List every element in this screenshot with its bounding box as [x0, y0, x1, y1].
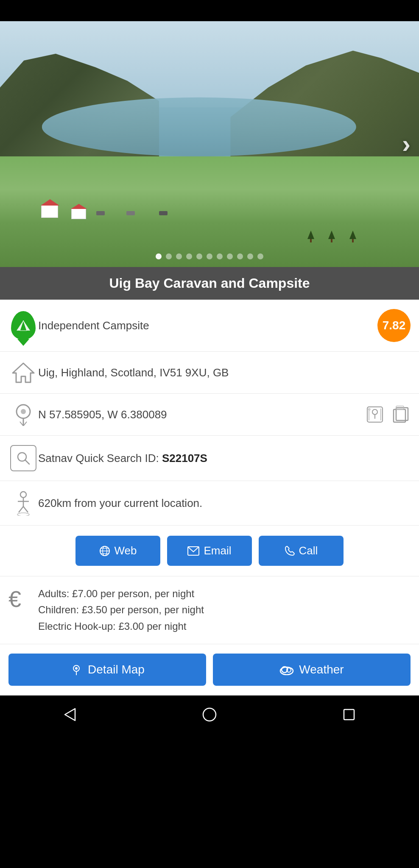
distance-text: 620km from your current location. [38, 495, 411, 511]
satnav-text: Satnav Quick Search ID: S22107S [38, 451, 411, 466]
google-maps-icon: G [366, 405, 384, 424]
svg-line-17 [25, 460, 29, 464]
distance-row: 620km from your current location. [0, 481, 419, 526]
recent-apps-button[interactable] [336, 702, 362, 727]
dot-4[interactable] [186, 253, 192, 259]
car-2 [126, 211, 135, 215]
campsite-title-bar: Uig Bay Caravan and Campsite [0, 267, 419, 300]
campsite-title: Uig Bay Caravan and Campsite [10, 275, 409, 291]
coords-actions: G [365, 404, 411, 425]
dot-5[interactable] [196, 253, 202, 259]
dot-8[interactable] [227, 253, 233, 259]
pricing-icon-wrap: € [8, 586, 38, 610]
address-icon-wrap [8, 361, 38, 384]
weather-button[interactable]: Weather [213, 654, 411, 686]
cloud-icon [279, 664, 294, 675]
pricing-row: € Adults: £7.00 per person, per night Ch… [0, 576, 419, 644]
car-3 [159, 211, 168, 215]
dot-3[interactable] [176, 253, 182, 259]
svg-point-23 [17, 513, 29, 516]
call-button-label: Call [299, 544, 318, 557]
email-button[interactable]: Email [167, 536, 252, 566]
content-area: Independent Campsite 7.82 Uig, Highland,… [0, 300, 419, 696]
pricing-text: Adults: £7.00 per person, per night Chil… [38, 586, 204, 634]
back-icon [62, 707, 78, 722]
home-button[interactable] [197, 702, 222, 727]
dot-10[interactable] [247, 253, 253, 259]
camp-pin-icon [11, 311, 36, 340]
campsite-area [21, 181, 272, 230]
status-bar [0, 0, 419, 21]
svg-point-37 [203, 708, 216, 721]
bottom-buttons-row: Detail Map Weather [0, 644, 419, 696]
svg-text:G: G [368, 407, 371, 411]
building-1 [41, 205, 58, 218]
dot-7[interactable] [217, 253, 223, 259]
hero-image-container: › [0, 21, 419, 267]
clipboard-icon [391, 405, 410, 424]
satnav-row: Satnav Quick Search ID: S22107S [0, 436, 419, 481]
maps-icon[interactable]: G [365, 404, 385, 425]
svg-line-22 [23, 506, 28, 512]
building-2 [71, 209, 86, 219]
coordinates-row: N 57.585905, W 6.380089 G [0, 394, 419, 436]
search-screen-icon [15, 450, 31, 466]
tree-3 [307, 231, 314, 242]
detail-map-button[interactable]: Detail Map [8, 654, 206, 686]
svg-line-21 [19, 506, 23, 512]
satnav-label: Satnav Quick Search ID: [38, 452, 162, 465]
tree-1 [349, 231, 356, 242]
copy-icon[interactable] [390, 404, 411, 425]
call-button[interactable]: Call [259, 536, 344, 566]
phone-icon [285, 546, 295, 556]
web-button-label: Web [115, 544, 137, 557]
tent-icon [17, 320, 30, 331]
email-button-label: Email [204, 544, 231, 557]
house-icon [12, 361, 35, 384]
address-text: Uig, Highland, Scotland, IV51 9XU, GB [38, 365, 411, 380]
satnav-box-icon [10, 445, 36, 471]
recent-apps-icon [343, 708, 355, 721]
home-circle-icon [202, 707, 217, 722]
svg-marker-3 [13, 363, 34, 382]
address-row: Uig, Highland, Scotland, IV51 9XU, GB [0, 352, 419, 394]
dot-11[interactable] [257, 253, 263, 259]
tree-2 [328, 231, 335, 242]
satnav-id: S22107S [162, 452, 207, 465]
svg-marker-36 [65, 709, 75, 721]
svg-point-32 [75, 667, 78, 670]
contact-buttons-row: Web Email Call [0, 526, 419, 576]
svg-point-5 [21, 409, 26, 414]
location-pin-icon [14, 403, 33, 426]
car-1 [96, 211, 105, 215]
next-image-arrow[interactable]: › [402, 131, 411, 157]
campsite-type-icon [8, 311, 38, 340]
rating-badge: 7.82 [377, 309, 411, 342]
campsite-type-label: Independent Campsite [38, 318, 377, 333]
dot-6[interactable] [207, 253, 212, 259]
detail-map-label: Detail Map [88, 663, 145, 676]
dot-1[interactable] [156, 253, 162, 259]
map-pin-icon [70, 663, 83, 676]
pricing-adults: Adults: £7.00 per person, per night [38, 586, 204, 602]
back-button[interactable] [57, 702, 83, 727]
web-button[interactable]: Web [75, 536, 160, 566]
image-pagination [156, 253, 263, 259]
svg-rect-38 [344, 709, 354, 720]
weather-label: Weather [299, 663, 344, 676]
distance-icon-wrap [8, 490, 38, 516]
coords-text: N 57.585905, W 6.380089 [38, 407, 365, 422]
landscape-image [0, 21, 419, 267]
campsite-type-row: Independent Campsite 7.82 [0, 300, 419, 352]
dot-9[interactable] [237, 253, 243, 259]
pricing-electric: Electric Hook-up: £3.00 per night [38, 618, 204, 634]
euro-icon: € [8, 587, 38, 610]
coords-icon-wrap [8, 403, 38, 426]
dot-2[interactable] [166, 253, 172, 259]
android-nav-bar [0, 696, 419, 734]
email-icon [187, 546, 199, 556]
globe-icon [99, 545, 110, 556]
svg-point-8 [372, 409, 377, 415]
person-location-icon [13, 490, 34, 516]
svg-point-18 [20, 492, 26, 498]
